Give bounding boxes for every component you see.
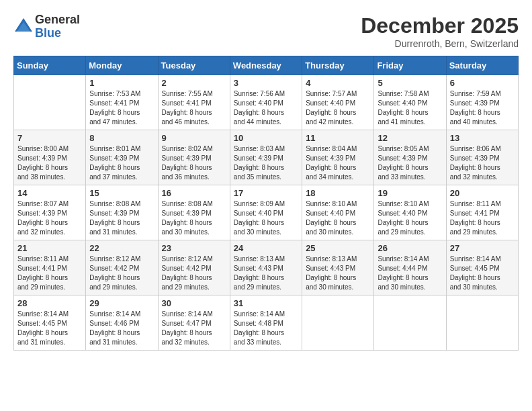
calendar-table: SundayMondayTuesdayWednesdayThursdayFrid… bbox=[13, 56, 519, 351]
day-info: Sunrise: 8:00 AM Sunset: 4:39 PM Dayligh… bbox=[17, 144, 82, 182]
calendar-cell: 24Sunrise: 8:13 AM Sunset: 4:43 PM Dayli… bbox=[230, 240, 302, 295]
calendar-cell: 30Sunrise: 8:14 AM Sunset: 4:47 PM Dayli… bbox=[158, 295, 230, 351]
day-info: Sunrise: 7:59 AM Sunset: 4:39 PM Dayligh… bbox=[450, 89, 515, 127]
day-number: 27 bbox=[450, 243, 515, 253]
day-number: 7 bbox=[17, 133, 82, 143]
day-info: Sunrise: 8:13 AM Sunset: 4:43 PM Dayligh… bbox=[234, 255, 298, 292]
day-info: Sunrise: 8:07 AM Sunset: 4:39 PM Dayligh… bbox=[17, 199, 82, 237]
day-info: Sunrise: 8:04 AM Sunset: 4:39 PM Dayligh… bbox=[306, 144, 370, 182]
day-number: 19 bbox=[378, 188, 442, 198]
day-info: Sunrise: 8:11 AM Sunset: 4:41 PM Dayligh… bbox=[450, 199, 515, 237]
day-info: Sunrise: 8:06 AM Sunset: 4:39 PM Dayligh… bbox=[450, 144, 515, 182]
calendar-week-row: 28Sunrise: 8:14 AM Sunset: 4:45 PM Dayli… bbox=[14, 295, 519, 351]
calendar-header-row: SundayMondayTuesdayWednesdayThursdayFrid… bbox=[14, 56, 519, 75]
calendar-cell: 6Sunrise: 7:59 AM Sunset: 4:39 PM Daylig… bbox=[446, 75, 518, 130]
calendar-cell: 8Sunrise: 8:01 AM Sunset: 4:39 PM Daylig… bbox=[86, 130, 158, 185]
logo-icon bbox=[13, 17, 34, 37]
day-info: Sunrise: 8:12 AM Sunset: 4:42 PM Dayligh… bbox=[89, 255, 154, 292]
calendar-cell bbox=[446, 295, 518, 351]
day-number: 21 bbox=[17, 243, 82, 253]
calendar-cell: 28Sunrise: 8:14 AM Sunset: 4:45 PM Dayli… bbox=[14, 295, 86, 351]
day-number: 29 bbox=[89, 298, 154, 308]
day-number: 16 bbox=[162, 188, 226, 198]
day-number: 3 bbox=[234, 78, 298, 88]
column-header-thursday: Thursday bbox=[302, 56, 374, 75]
day-number: 26 bbox=[378, 243, 442, 253]
calendar-cell: 4Sunrise: 7:57 AM Sunset: 4:40 PM Daylig… bbox=[302, 75, 374, 130]
day-number: 4 bbox=[306, 78, 370, 88]
title-block: December 2025 Durrenroth, Bern, Switzerl… bbox=[361, 13, 519, 49]
column-header-wednesday: Wednesday bbox=[230, 56, 302, 75]
day-number: 23 bbox=[162, 243, 226, 253]
page-header: General Blue December 2025 Durrenroth, B… bbox=[13, 13, 519, 49]
calendar-cell bbox=[302, 295, 374, 351]
day-info: Sunrise: 8:01 AM Sunset: 4:39 PM Dayligh… bbox=[89, 144, 154, 182]
calendar-cell: 19Sunrise: 8:10 AM Sunset: 4:40 PM Dayli… bbox=[374, 185, 446, 240]
day-number: 13 bbox=[450, 133, 515, 143]
day-number: 15 bbox=[89, 188, 154, 198]
day-number: 28 bbox=[17, 298, 82, 308]
calendar-cell: 25Sunrise: 8:13 AM Sunset: 4:43 PM Dayli… bbox=[302, 240, 374, 295]
day-info: Sunrise: 8:08 AM Sunset: 4:39 PM Dayligh… bbox=[162, 199, 226, 237]
day-info: Sunrise: 8:14 AM Sunset: 4:46 PM Dayligh… bbox=[89, 310, 154, 347]
column-header-saturday: Saturday bbox=[446, 56, 518, 75]
calendar-cell: 1Sunrise: 7:53 AM Sunset: 4:41 PM Daylig… bbox=[86, 75, 158, 130]
day-info: Sunrise: 8:14 AM Sunset: 4:44 PM Dayligh… bbox=[378, 255, 442, 292]
calendar-week-row: 7Sunrise: 8:00 AM Sunset: 4:39 PM Daylig… bbox=[14, 130, 519, 185]
day-info: Sunrise: 7:56 AM Sunset: 4:40 PM Dayligh… bbox=[234, 89, 298, 127]
day-number: 10 bbox=[234, 133, 298, 143]
calendar-cell: 15Sunrise: 8:08 AM Sunset: 4:39 PM Dayli… bbox=[86, 185, 158, 240]
column-header-sunday: Sunday bbox=[14, 56, 86, 75]
calendar-cell: 31Sunrise: 8:14 AM Sunset: 4:48 PM Dayli… bbox=[230, 295, 302, 351]
calendar-cell: 27Sunrise: 8:14 AM Sunset: 4:45 PM Dayli… bbox=[446, 240, 518, 295]
day-info: Sunrise: 8:02 AM Sunset: 4:39 PM Dayligh… bbox=[162, 144, 226, 182]
column-header-tuesday: Tuesday bbox=[158, 56, 230, 75]
day-info: Sunrise: 7:58 AM Sunset: 4:40 PM Dayligh… bbox=[378, 89, 442, 127]
day-number: 5 bbox=[378, 78, 442, 88]
calendar-week-row: 1Sunrise: 7:53 AM Sunset: 4:41 PM Daylig… bbox=[14, 75, 519, 130]
day-info: Sunrise: 8:14 AM Sunset: 4:47 PM Dayligh… bbox=[162, 310, 226, 347]
calendar-cell: 22Sunrise: 8:12 AM Sunset: 4:42 PM Dayli… bbox=[86, 240, 158, 295]
day-info: Sunrise: 8:05 AM Sunset: 4:39 PM Dayligh… bbox=[378, 144, 442, 182]
calendar-cell bbox=[14, 75, 86, 130]
day-info: Sunrise: 8:14 AM Sunset: 4:48 PM Dayligh… bbox=[234, 310, 298, 347]
day-number: 8 bbox=[89, 133, 154, 143]
calendar-cell: 11Sunrise: 8:04 AM Sunset: 4:39 PM Dayli… bbox=[302, 130, 374, 185]
calendar-cell: 10Sunrise: 8:03 AM Sunset: 4:39 PM Dayli… bbox=[230, 130, 302, 185]
day-info: Sunrise: 8:03 AM Sunset: 4:39 PM Dayligh… bbox=[234, 144, 298, 182]
day-number: 22 bbox=[89, 243, 154, 253]
calendar-cell: 3Sunrise: 7:56 AM Sunset: 4:40 PM Daylig… bbox=[230, 75, 302, 130]
day-number: 18 bbox=[306, 188, 370, 198]
calendar-cell bbox=[374, 295, 446, 351]
calendar-week-row: 14Sunrise: 8:07 AM Sunset: 4:39 PM Dayli… bbox=[14, 185, 519, 240]
day-number: 30 bbox=[162, 298, 226, 308]
day-info: Sunrise: 7:53 AM Sunset: 4:41 PM Dayligh… bbox=[89, 89, 154, 127]
logo: General Blue bbox=[13, 13, 80, 40]
day-number: 25 bbox=[306, 243, 370, 253]
column-header-friday: Friday bbox=[374, 56, 446, 75]
calendar-cell: 17Sunrise: 8:09 AM Sunset: 4:40 PM Dayli… bbox=[230, 185, 302, 240]
day-info: Sunrise: 8:10 AM Sunset: 4:40 PM Dayligh… bbox=[378, 199, 442, 237]
month-title: December 2025 bbox=[361, 13, 519, 38]
calendar-cell: 7Sunrise: 8:00 AM Sunset: 4:39 PM Daylig… bbox=[14, 130, 86, 185]
day-info: Sunrise: 8:09 AM Sunset: 4:40 PM Dayligh… bbox=[234, 199, 298, 237]
calendar-cell: 23Sunrise: 8:12 AM Sunset: 4:42 PM Dayli… bbox=[158, 240, 230, 295]
logo-general-text: General bbox=[35, 13, 80, 27]
day-number: 6 bbox=[450, 78, 515, 88]
day-info: Sunrise: 8:10 AM Sunset: 4:40 PM Dayligh… bbox=[306, 199, 370, 237]
day-info: Sunrise: 8:14 AM Sunset: 4:45 PM Dayligh… bbox=[17, 310, 82, 347]
calendar-cell: 13Sunrise: 8:06 AM Sunset: 4:39 PM Dayli… bbox=[446, 130, 518, 185]
day-number: 11 bbox=[306, 133, 370, 143]
day-info: Sunrise: 8:12 AM Sunset: 4:42 PM Dayligh… bbox=[162, 255, 226, 292]
day-number: 31 bbox=[234, 298, 298, 308]
calendar-cell: 9Sunrise: 8:02 AM Sunset: 4:39 PM Daylig… bbox=[158, 130, 230, 185]
day-number: 20 bbox=[450, 188, 515, 198]
calendar-cell: 2Sunrise: 7:55 AM Sunset: 4:41 PM Daylig… bbox=[158, 75, 230, 130]
calendar-cell: 21Sunrise: 8:11 AM Sunset: 4:41 PM Dayli… bbox=[14, 240, 86, 295]
day-number: 9 bbox=[162, 133, 226, 143]
day-info: Sunrise: 7:55 AM Sunset: 4:41 PM Dayligh… bbox=[162, 89, 226, 127]
day-number: 2 bbox=[162, 78, 226, 88]
calendar-cell: 20Sunrise: 8:11 AM Sunset: 4:41 PM Dayli… bbox=[446, 185, 518, 240]
logo-blue-text: Blue bbox=[35, 27, 80, 40]
location-subtitle: Durrenroth, Bern, Switzerland bbox=[361, 38, 519, 49]
